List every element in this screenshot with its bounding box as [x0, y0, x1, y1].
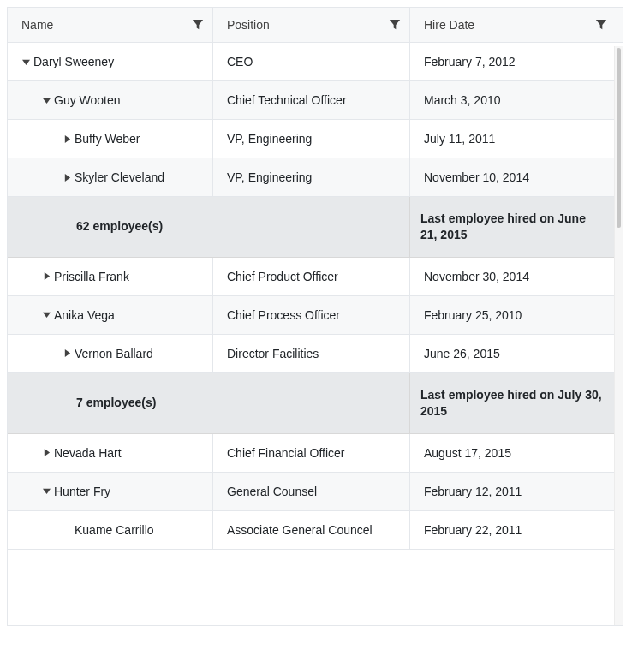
hire-date-text: February 12, 2011 — [424, 485, 522, 498]
employee-name: Daryl Sweeney — [33, 55, 114, 68]
employee-name: Nevada Hart — [54, 446, 122, 460]
expand-placeholder — [63, 526, 71, 534]
footer-detail-text: Last employee hired on July 30, 2015 — [420, 387, 605, 420]
cell-hire-date: November 10, 2014 — [410, 158, 616, 196]
cell-name: Guy Wooten — [8, 81, 213, 119]
hire-date-text: February 25, 2010 — [424, 308, 522, 322]
position-text: VP, Engineering — [227, 170, 312, 184]
expand-toggle-icon[interactable] — [63, 349, 71, 358]
treelist-row[interactable]: Hunter FryGeneral CounselFebruary 12, 20… — [8, 473, 623, 511]
footer-summary-text: 7 employee(s) — [76, 395, 156, 411]
treelist: Name Position Hire Date Daryl SweeneyCEO… — [7, 7, 623, 626]
employee-name: Vernon Ballard — [75, 347, 153, 360]
cell-name: Anika Vega — [8, 296, 213, 334]
cell-hire-date: February 7, 2012 — [410, 43, 616, 80]
employee-name: Priscilla Frank — [54, 270, 129, 283]
footer-detail-text: Last employee hired on June 21, 2015 — [420, 211, 605, 243]
column-header-position[interactable]: Position — [213, 8, 410, 42]
column-header-label: Hire Date — [424, 18, 474, 32]
group-footer-detail: Last employee hired on July 30, 2015 — [410, 373, 616, 433]
group-footer-row: 62 employee(s)Last employee hired on Jun… — [8, 197, 623, 258]
group-footer-detail: Last employee hired on June 21, 2015 — [410, 197, 616, 257]
position-text: Chief Process Officer — [227, 308, 340, 322]
expand-toggle-icon[interactable] — [42, 487, 51, 496]
hire-date-text: November 10, 2014 — [424, 170, 529, 184]
position-text: Chief Financial Officer — [227, 446, 344, 460]
cell-position: VP, Engineering — [213, 120, 410, 158]
cell-position: CEO — [213, 43, 410, 80]
cell-position: VP, Engineering — [213, 158, 410, 196]
employee-name: Hunter Fry — [54, 485, 110, 498]
column-header-label: Position — [227, 18, 270, 32]
cell-hire-date: February 25, 2010 — [410, 296, 616, 334]
position-text: VP, Engineering — [227, 132, 312, 146]
employee-name: Kuame Carrillo — [75, 523, 154, 537]
cell-hire-date: February 12, 2011 — [410, 473, 616, 510]
cell-name: Kuame Carrillo — [8, 511, 213, 549]
column-header-hire-date[interactable]: Hire Date — [410, 8, 616, 42]
column-header-name[interactable]: Name — [8, 8, 213, 42]
expand-toggle-icon[interactable] — [63, 173, 71, 182]
cell-name: Skyler Cleveland — [8, 158, 213, 196]
expand-toggle-icon[interactable] — [42, 96, 51, 104]
scrollbar[interactable] — [614, 46, 623, 625]
expand-toggle-icon[interactable] — [42, 272, 51, 281]
cell-hire-date: February 22, 2011 — [410, 511, 616, 549]
cell-name: Buffy Weber — [8, 120, 213, 158]
cell-position: Chief Product Officer — [213, 258, 410, 295]
hire-date-text: November 30, 2014 — [424, 270, 529, 283]
treelist-row[interactable]: Kuame CarrilloAssociate General CouncelF… — [8, 511, 623, 550]
treelist-body: Daryl SweeneyCEOFebruary 7, 2012Guy Woot… — [8, 43, 623, 625]
cell-position: General Counsel — [213, 473, 410, 510]
cell-position: Chief Process Officer — [213, 296, 410, 334]
hire-date-text: February 22, 2011 — [424, 523, 522, 537]
filter-icon[interactable] — [192, 19, 204, 31]
position-text: Director Facilities — [227, 347, 319, 360]
treelist-row[interactable]: Priscilla FrankChief Product OfficerNove… — [8, 258, 623, 296]
cell-position: Associate General Councel — [213, 511, 410, 549]
cell-hire-date: November 30, 2014 — [410, 258, 616, 295]
hire-date-text: March 3, 2010 — [424, 93, 501, 107]
expand-toggle-icon[interactable] — [63, 134, 71, 143]
position-text: Associate General Councel — [227, 523, 373, 537]
treelist-row[interactable]: Anika VegaChief Process OfficerFebruary … — [8, 296, 623, 335]
cell-position: Director Facilities — [213, 335, 410, 372]
treelist-row[interactable]: Guy WootenChief Technical OfficerMarch 3… — [8, 81, 623, 120]
treelist-row[interactable]: Vernon BallardDirector FacilitiesJune 26… — [8, 335, 623, 373]
employee-name: Guy Wooten — [54, 93, 121, 107]
cell-name: Nevada Hart — [8, 434, 213, 472]
group-footer-summary: 62 employee(s) — [8, 197, 410, 257]
footer-summary-text: 62 employee(s) — [76, 218, 163, 235]
hire-date-text: August 17, 2015 — [424, 446, 511, 460]
group-footer-row: 7 employee(s)Last employee hired on July… — [8, 373, 623, 434]
scrollbar-thumb[interactable] — [617, 48, 621, 228]
cell-hire-date: June 26, 2015 — [410, 335, 616, 372]
cell-hire-date: March 3, 2010 — [410, 81, 616, 119]
cell-position: Chief Financial Officer — [213, 434, 410, 472]
filter-icon[interactable] — [389, 19, 401, 31]
filter-icon[interactable] — [595, 19, 607, 31]
treelist-row[interactable]: Nevada HartChief Financial OfficerAugust… — [8, 434, 623, 473]
treelist-row[interactable]: Daryl SweeneyCEOFebruary 7, 2012 — [8, 43, 623, 81]
employee-name: Anika Vega — [54, 308, 115, 322]
hire-date-text: February 7, 2012 — [424, 55, 516, 68]
column-header-label: Name — [21, 18, 53, 32]
cell-hire-date: August 17, 2015 — [410, 434, 616, 472]
treelist-row[interactable]: Buffy WeberVP, EngineeringJuly 11, 2011 — [8, 120, 623, 158]
cell-name: Daryl Sweeney — [8, 43, 213, 80]
position-text: CEO — [227, 55, 253, 68]
cell-name: Vernon Ballard — [8, 335, 213, 372]
position-text: Chief Technical Officer — [227, 93, 347, 107]
cell-name: Hunter Fry — [8, 473, 213, 510]
hire-date-text: June 26, 2015 — [424, 347, 500, 360]
group-footer-summary: 7 employee(s) — [8, 373, 410, 433]
expand-toggle-icon[interactable] — [21, 57, 30, 66]
column-header-row: Name Position Hire Date — [8, 8, 623, 43]
cell-name: Priscilla Frank — [8, 258, 213, 295]
expand-toggle-icon[interactable] — [42, 449, 51, 457]
cell-position: Chief Technical Officer — [213, 81, 410, 119]
treelist-row[interactable]: Skyler ClevelandVP, EngineeringNovember … — [8, 158, 623, 197]
cell-hire-date: July 11, 2011 — [410, 120, 616, 158]
expand-toggle-icon[interactable] — [42, 311, 51, 319]
position-text: General Counsel — [227, 485, 317, 498]
